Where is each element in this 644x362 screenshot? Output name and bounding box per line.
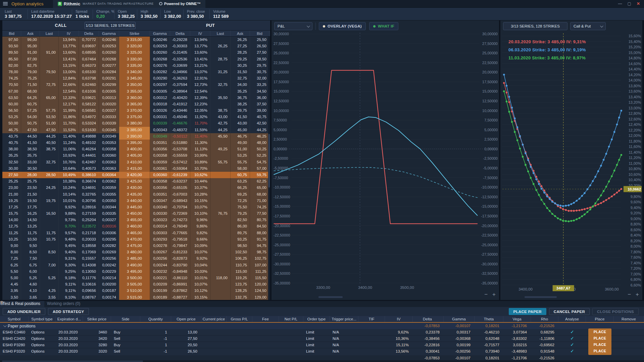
pos-col-analyse[interactable]: Analyse xyxy=(558,316,586,322)
chain-row[interactable]: 40,7541,5040,5011,24%0,481020,003533 395… xyxy=(2,140,270,146)
chart-type-select[interactable]: P&L xyxy=(274,22,312,30)
pos-col-trigger-price-[interactable]: Trigger price... xyxy=(330,316,358,322)
chain-row[interactable]: 9,009,509,45%0,185580,002823 475,000,002… xyxy=(2,243,270,249)
pos-col-current-price[interactable]: Current price xyxy=(201,316,227,322)
position-row[interactable]: ESH0 P3280Options20.03.20203280Buy120,50… xyxy=(0,342,644,348)
chain-row[interactable]: 82,0082,7513,15%0,663730,002773 335,000,… xyxy=(2,62,270,69)
chain-row[interactable]: 5,506,009,25%0,130500,002293 495,000,002… xyxy=(2,268,270,275)
call-put-select[interactable]: Call & Put xyxy=(570,22,606,30)
zoom-out-button[interactable]: − xyxy=(628,292,631,297)
smile-hscroll-thumb[interactable] xyxy=(525,296,557,298)
cancel-paper-button[interactable]: CANCEL PAPER xyxy=(549,308,590,315)
pos-col-expiration-d-[interactable]: Expiration d... xyxy=(56,316,83,322)
chain-row[interactable]: 5,005,255,259,18%0,117760,002143 500,000… xyxy=(2,275,270,281)
pos-col-side[interactable]: Side xyxy=(111,316,140,322)
chain-row[interactable]: 50,0050,7551,0011,70%0,533240,003393 380… xyxy=(2,120,270,126)
series-selector-button[interactable]: 1/13 SERIES, 128 STRIKES xyxy=(85,22,136,29)
pos-col-strike-price[interactable]: Strike price xyxy=(83,316,111,322)
positions-hscrollbar[interactable] xyxy=(0,360,644,362)
maximize-button[interactable]: ▢ xyxy=(628,2,631,6)
pos-col-gross-p-l[interactable]: Gross P/L xyxy=(227,316,252,322)
chain-row[interactable]: 74,2575,2512,84%0,637980,002913 345,000,… xyxy=(2,75,270,82)
chain-row[interactable]: 30,0030,5010,64%0,405730,003633 415,000,… xyxy=(2,165,270,172)
pos-col-tif[interactable]: TIF xyxy=(358,316,385,322)
chain-row[interactable]: 67,0068,0012,54%0,610360,003053 355,000,… xyxy=(2,88,270,95)
chain-row[interactable]: 21,0021,5010,14%0,327650,003553 435,000,… xyxy=(2,191,270,198)
chain-row[interactable]: 89,5091,0091,0013,60%0,685950,002603 325… xyxy=(2,49,270,56)
chain-row[interactable]: 43,7544,5044,2511,40%0,498880,003493 390… xyxy=(2,133,270,140)
what-if-toggle[interactable]: WHAT IF xyxy=(369,22,398,30)
position-row[interactable]: ESH0 C3460Options20.03.20203460Buy113,00… xyxy=(0,329,644,335)
zoom-out-button[interactable]: − xyxy=(484,292,488,297)
analyse-checkbox[interactable]: ✓ xyxy=(558,329,586,335)
smile-series-button[interactable]: 3/13 SERIES, 128 STRIKES xyxy=(503,22,567,30)
chain-row[interactable]: 78,0079,0079,5013,00%0,651000,002843 340… xyxy=(2,69,270,75)
add-strategy-button[interactable]: ADD STRATEGY xyxy=(48,308,89,315)
chain-row[interactable]: 4,454,609,11%0,106160,002003 505,000,002… xyxy=(2,281,270,288)
pos-col-iv[interactable]: IV xyxy=(385,316,413,322)
place-paper-button[interactable]: PLACE PAPER xyxy=(509,308,546,315)
menu-icon[interactable] xyxy=(3,2,8,5)
chain-row[interactable]: 46,7547,5047,5011,53%0,516300,003453 385… xyxy=(2,127,270,133)
position-row[interactable]: ESH0 C3420Options20.03.20203420Sell-127,… xyxy=(0,335,644,342)
chain-row[interactable]: 11,2511,7511,759,57%0,217180,003063 465,… xyxy=(2,230,270,236)
analyse-checkbox[interactable]: ✓ xyxy=(558,342,586,348)
position-row[interactable]: ESH0 P3320Options20.03.20203320Sell-126,… xyxy=(0,348,644,355)
chain-row[interactable]: 15,7516,2516,509,88%0,271590,003353 450,… xyxy=(2,210,270,217)
chain-row[interactable]: 32,5033,0032,7510,76%0,424870,003633 410… xyxy=(2,159,270,165)
put-cell: 0,00253 xyxy=(150,43,170,49)
pos-col-net-p-l[interactable]: Net P/L xyxy=(279,316,303,322)
pos-col-vega[interactable]: Vega xyxy=(503,316,531,322)
pos-col-delta[interactable]: Delta xyxy=(413,316,444,322)
close-button[interactable]: ✕ xyxy=(637,2,640,6)
tab-working-orders-0-[interactable]: Working orders (0) xyxy=(44,301,84,307)
pos-col-symbol[interactable]: Symbol xyxy=(0,316,29,322)
add-underlier-button[interactable]: ADD UNDERLIER xyxy=(3,308,45,315)
chain-row[interactable]: 25,2525,7510,38%0,366740,003623 425,000,… xyxy=(2,178,270,185)
chain-row[interactable]: 8,008,508,509,40%0,170690,002693 480,000… xyxy=(2,249,270,255)
pos-col-open-price[interactable]: Open price xyxy=(171,316,201,322)
chain-row[interactable]: 60,0060,7512,17%0,581220,003203 365,000,… xyxy=(2,101,270,107)
chain-row[interactable]: 53,2554,0053,5011,86%0,549720,003333 375… xyxy=(2,114,270,120)
chain-row[interactable]: 3,954,104,259,11%0,096560,001873 510,000… xyxy=(2,288,270,294)
pos-col-rho[interactable]: Rho xyxy=(531,316,558,322)
chain-row[interactable]: 19,2519,5019,7510,01%0,307960,003503 440… xyxy=(2,198,270,204)
chain-row[interactable]: 38,0038,5038,7511,06%0,462640,003583 400… xyxy=(2,146,270,152)
minimize-button[interactable]: — xyxy=(618,2,622,6)
chain-row[interactable]: 23,0023,5024,2510,24%0,346910,003593 430… xyxy=(2,185,270,191)
chain-row[interactable]: 70,5071,5072,7512,66%0,624600,002993 350… xyxy=(2,82,270,88)
chain-row[interactable]: 10,2510,5010,759,48%0,200330,002953 470,… xyxy=(2,236,270,243)
paper-positions-group-row[interactable]: Paper positions-0,07853-0,001070,18201-1… xyxy=(0,323,644,329)
analyse-checkbox[interactable]: ✓ xyxy=(558,335,586,342)
pnl-hscroll-thumb[interactable] xyxy=(318,296,343,298)
zoom-in-button[interactable]: + xyxy=(492,292,496,297)
chain-row[interactable]: 35,2535,7510,93%0,444010,003603 405,000,… xyxy=(2,152,270,159)
chain-row[interactable]: 14,0014,509,73%0,252040,003273 455,000,0… xyxy=(2,217,270,223)
pos-col-place[interactable]: Place xyxy=(586,316,614,322)
collapse-icon[interactable] xyxy=(3,324,7,327)
zoom-in-button[interactable]: + xyxy=(636,292,639,297)
pos-col-remove[interactable]: Remove xyxy=(614,316,644,322)
place-button[interactable]: PLACE xyxy=(588,348,612,355)
chain-row[interactable]: 12,7513,259,70%0,235720,003163 460,000,0… xyxy=(2,223,270,229)
pos-col-order-type[interactable]: Order type xyxy=(303,316,330,322)
chain-row[interactable]: 93,5095,0013,77%0,696970,002533 320,000,… xyxy=(2,43,270,49)
chain-row[interactable]: 63,5064,2565,0012,33%0,596210,003133 360… xyxy=(2,95,270,101)
chain-row[interactable]: 17,2517,759,92%0,289160,003443 445,000,0… xyxy=(2,204,270,210)
pos-col-quantity[interactable]: Quantity xyxy=(140,316,171,322)
chain-row[interactable]: 85,5087,0013,41%0,674640,002683 330,000,… xyxy=(2,56,270,62)
chain-row[interactable]: 27,5028,0028,5010,49%0,386100,003643 420… xyxy=(2,172,270,178)
pos-col-fee[interactable]: Fee xyxy=(252,316,279,322)
chain-row[interactable]: 97,5099,0013,94%0,707720,002463 315,000,… xyxy=(2,37,270,43)
chain-row[interactable]: 6,256,757,009,30%0,143080,002423 490,000… xyxy=(2,262,270,268)
chain-row[interactable]: 7,257,509,31%0,155570,002563 485,000,002… xyxy=(2,255,270,262)
pos-col-theta[interactable]: Theta xyxy=(475,316,503,322)
analyse-checkbox[interactable]: ✓ xyxy=(558,348,586,355)
pos-col-gamma[interactable]: Gamma xyxy=(444,316,475,322)
chain-row[interactable]: 56,5057,2557,7511,99%0,565810,003273 370… xyxy=(2,107,270,114)
tab-test-real-positions[interactable]: Test & Real positions xyxy=(0,301,44,307)
option-chain-scrollbar[interactable] xyxy=(268,37,270,300)
chain-row[interactable]: 3,503,653,559,10%0,087670,001743 515,000… xyxy=(2,294,270,301)
overlay-vega-toggle[interactable]: OVERLAY (VEGA) xyxy=(319,22,366,30)
pos-col-symbol-type[interactable]: Symbol type xyxy=(29,316,56,322)
